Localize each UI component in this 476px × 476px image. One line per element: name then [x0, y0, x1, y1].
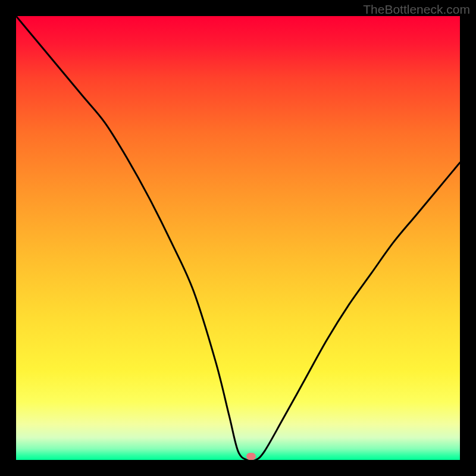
chart-plot-area — [16, 16, 460, 460]
bottleneck-curve — [16, 16, 460, 460]
watermark-text: TheBottleneck.com — [363, 2, 470, 17]
optimal-point-marker — [246, 453, 256, 460]
